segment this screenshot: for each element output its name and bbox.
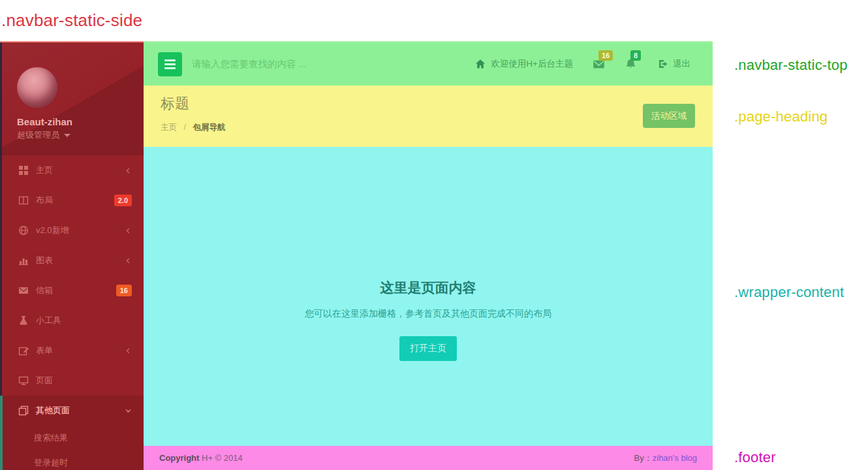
hamburger-icon (164, 59, 176, 61)
chevron-down-icon (125, 407, 132, 415)
sidebar-item-label: v2.0新增 (36, 225, 69, 236)
sidebar-toggle-button[interactable] (158, 52, 182, 76)
breadcrumb-home-link[interactable]: 主页 (161, 123, 177, 132)
chevron-left-icon (125, 167, 132, 174)
sidebar-item-pages[interactable]: 页面 (2, 366, 144, 396)
content-title: 这里是页面内容 (144, 147, 713, 297)
avatar[interactable] (17, 67, 57, 108)
sidebar-item-label: 布局 (36, 195, 53, 206)
welcome-message: 欢迎使用H+后台主题 (475, 58, 573, 70)
grid-icon (18, 165, 29, 176)
notification-count-badge: 8 (630, 50, 641, 61)
sidebar-item-charts[interactable]: 图表 (2, 245, 144, 275)
copy-icon (18, 405, 29, 416)
columns-icon (18, 195, 29, 206)
screen: .navbar-static-side .navbar-static-top .… (0, 0, 868, 470)
sidebar-active-section: 其他页面 搜索结果 登录超时 (0, 396, 144, 470)
sidebar-subitem-search-results[interactable]: 搜索结果 (3, 426, 144, 450)
logout-label: 退出 (673, 58, 690, 70)
desktop-icon (18, 375, 29, 386)
action-area-button[interactable]: 活动区域 (643, 104, 695, 128)
logout-button[interactable]: 退出 (658, 58, 690, 70)
sidebar: Beaut-zihan 超级管理员 主页 布局 2 (0, 42, 144, 470)
home-icon (475, 59, 486, 69)
sidebar-item-label: 信箱 (36, 285, 53, 296)
breadcrumb: 主页 / 包屑导航 (161, 122, 225, 133)
user-role-label: 超级管理员 (17, 129, 59, 141)
sidebar-item-v2-new[interactable]: v2.0新增 (2, 215, 144, 245)
page-title: 标题 (161, 94, 189, 114)
breadcrumb-separator: / (183, 123, 185, 132)
sidebar-item-mailbox[interactable]: 信箱 16 (2, 275, 144, 306)
page-heading: 标题 主页 / 包屑导航 活动区域 (144, 86, 713, 147)
profile-panel: Beaut-zihan 超级管理员 (2, 42, 144, 155)
caret-down-icon (64, 134, 70, 137)
content-subtitle: 您可以在这里添加栅格，参考首页及其他页面完成不同的布局 (144, 308, 713, 320)
by-label: By： (634, 453, 653, 463)
sidebar-item-home[interactable]: 主页 (2, 155, 144, 185)
user-name: Beaut-zihan (17, 116, 144, 127)
flask-icon (18, 315, 29, 326)
sidebar-item-layouts[interactable]: 布局 2.0 (2, 185, 144, 215)
sidebar-subitem-label: 搜索结果 (34, 432, 68, 444)
mail-dropdown-button[interactable]: 16 (593, 58, 605, 70)
globe-icon (18, 225, 29, 236)
footer: Copyright H+ © 2014 By：zihan's blog (144, 446, 713, 470)
footer-by: By：zihan's blog (634, 452, 697, 464)
copyright-rest: H+ © 2014 (199, 453, 242, 463)
sidebar-nav: 主页 布局 2.0 v2.0新增 (2, 155, 144, 470)
author-blog-link[interactable]: zihan's blog (653, 453, 697, 463)
search-input[interactable] (192, 59, 401, 69)
sidebar-item-label: 其他页面 (36, 405, 70, 416)
annotation-navbar-static-side: .navbar-static-side (1, 10, 142, 31)
envelope-icon (18, 285, 29, 296)
top-navbar: 欢迎使用H+后台主题 16 8 退出 (144, 42, 713, 86)
sidebar-subitem-login-timeout[interactable]: 登录超时 (3, 450, 144, 470)
annotation-footer: .footer (734, 449, 776, 466)
annotation-wrapper-content: .wrapper-content (734, 284, 844, 301)
sidebar-item-other-pages[interactable]: 其他页面 (3, 396, 144, 426)
copyright-text: Copyright H+ © 2014 (159, 453, 243, 463)
chevron-left-icon (125, 257, 132, 264)
bar-chart-icon (18, 255, 29, 266)
copyright-bold: Copyright (159, 453, 199, 463)
sidebar-item-widgets[interactable]: 小工具 (2, 306, 144, 336)
edit-icon (18, 345, 29, 356)
sidebar-item-label: 主页 (36, 164, 53, 176)
chevron-left-icon (125, 227, 132, 234)
sidebar-item-label: 图表 (36, 255, 53, 266)
sidebar-item-label: 页面 (36, 375, 53, 386)
mail-count-badge: 16 (116, 285, 132, 296)
sidebar-item-label: 小工具 (36, 315, 61, 326)
wrapper-content: 这里是页面内容 您可以在这里添加栅格，参考首页及其他页面完成不同的布局 打开主页 (144, 147, 713, 446)
sign-out-icon (658, 59, 668, 69)
user-role-dropdown[interactable]: 超级管理员 (17, 129, 144, 141)
navbar-right-group: 欢迎使用H+后台主题 16 8 退出 (475, 58, 690, 70)
welcome-text: 欢迎使用H+后台主题 (491, 58, 573, 70)
version-badge: 2.0 (114, 195, 132, 206)
annotation-page-heading: .page-heading (734, 108, 828, 125)
sidebar-item-label: 表单 (36, 345, 53, 356)
mail-count-badge: 16 (598, 50, 613, 61)
sidebar-item-forms[interactable]: 表单 (2, 336, 144, 366)
breadcrumb-active: 包屑导航 (193, 123, 225, 132)
annotation-navbar-static-top: .navbar-static-top (734, 57, 848, 74)
chevron-left-icon (125, 347, 132, 354)
open-home-button[interactable]: 打开主页 (399, 336, 457, 361)
sidebar-subitem-label: 登录超时 (34, 457, 68, 469)
notifications-button[interactable]: 8 (625, 58, 637, 70)
